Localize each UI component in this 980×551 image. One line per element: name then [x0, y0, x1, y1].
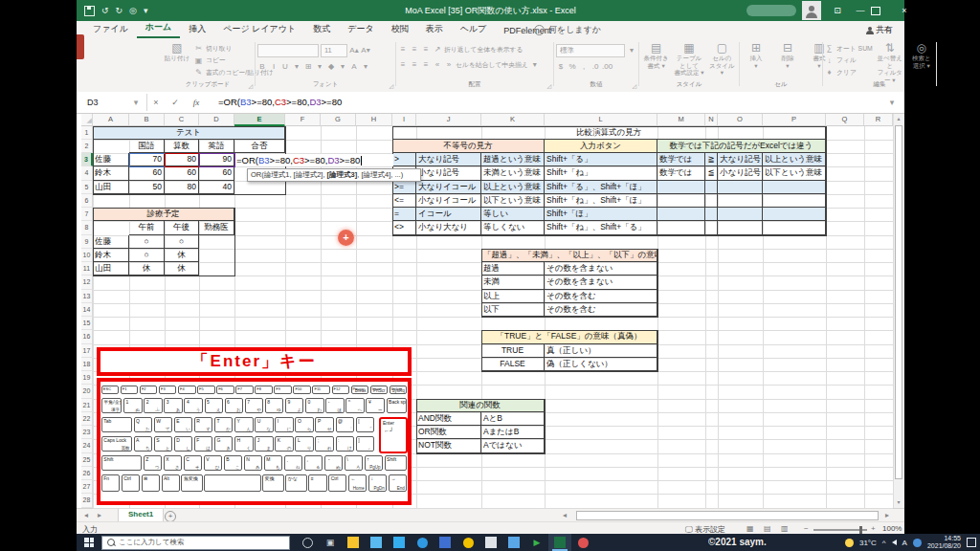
app-yellow-icon[interactable] [457, 534, 479, 551]
ribbon-tab-8[interactable]: ヘルプ [452, 20, 496, 38]
horizontal-scrollbar[interactable] [574, 511, 882, 520]
find-select-button[interactable]: ◎検索と 選択 ▾ [907, 41, 936, 79]
insert-function-button[interactable]: fx [189, 94, 203, 111]
edge-icon[interactable] [411, 534, 434, 551]
ribbon-icon[interactable]: , [579, 61, 589, 73]
pen-app-icon[interactable] [479, 534, 502, 551]
ribbon-icon[interactable]: A▾ [361, 45, 370, 56]
ribbon-input-box[interactable]: 標準 [556, 44, 625, 57]
dialog-launcher-icon[interactable]: ◿ [546, 82, 551, 89]
task-view-icon[interactable]: ▣ [319, 534, 342, 551]
app-blue-icon[interactable] [434, 534, 457, 551]
ribbon-icon[interactable]: .0 [590, 61, 600, 73]
formula-bar-expand-icon[interactable]: ▾ [885, 94, 899, 111]
normal-view-icon[interactable]: ▦ [746, 524, 754, 533]
ribbon-tab-1[interactable]: ホーム [137, 18, 180, 38]
scroll-up-icon[interactable]: ▴ [893, 114, 904, 124]
red-side-tab-icon[interactable] [77, 34, 84, 59]
insert-cells-button[interactable]: ⊞挿入 ▾ [742, 41, 770, 79]
vertical-scroll-thumb[interactable] [895, 125, 902, 479]
cortana-icon[interactable] [296, 534, 319, 551]
zoom-level[interactable]: 100% [882, 524, 902, 533]
ribbon-icon[interactable]: ≡ [398, 59, 408, 71]
cancel-entry-button[interactable]: × [149, 94, 163, 111]
cell-styles-button[interactable]: ▢セルの スタイル ▾ [707, 41, 737, 79]
minimize-button[interactable]: — [848, 0, 873, 21]
ribbon-input-box[interactable] [257, 44, 319, 57]
ribbon-tab-4[interactable]: 数式 [304, 20, 339, 38]
dialog-launcher-icon[interactable]: ◿ [389, 82, 393, 89]
taskbar-search-input[interactable]: ここに入力して検索 [101, 536, 290, 550]
delete-cells-button[interactable]: ⊟削除 ▾ [773, 41, 802, 79]
ribbon-icon[interactable]: % [568, 61, 577, 73]
taskbar-clock[interactable]: 14:55 2021/08/20 [927, 535, 961, 550]
ime-indicator[interactable]: A [902, 539, 907, 547]
hscroll-right-icon[interactable]: ▸ [885, 509, 889, 522]
prev-sheet-icon[interactable]: ◂ [84, 509, 88, 522]
zoom-slider-thumb[interactable] [859, 526, 862, 534]
format-table-button[interactable]: ▦テーブルとして 書式設定 ▾ [674, 41, 703, 79]
zoom-out-icon[interactable]: − [804, 524, 809, 533]
account-name-badge[interactable] [746, 5, 796, 16]
restore-button[interactable] [871, 0, 880, 21]
ribbon-text-button[interactable]: 折り返して全体を表示する [444, 45, 523, 55]
fill-button[interactable]: ↓フィル [825, 55, 873, 66]
ribbon-icon[interactable]: ▾ [338, 61, 347, 73]
formula-text[interactable]: =OR(B3>=80,C3>=80,D3>=80 [218, 94, 342, 111]
photos-icon[interactable] [365, 534, 388, 551]
excel-icon[interactable] [548, 534, 571, 551]
ribbon-icon[interactable]: ↗ [433, 44, 442, 55]
ribbon-tab-5[interactable]: データ [339, 20, 382, 38]
close-button[interactable]: × [892, 0, 917, 21]
page-layout-view-icon[interactable]: ▤ [764, 524, 771, 533]
ribbon-icon[interactable]: ◆ [326, 61, 336, 73]
clear-button[interactable]: ♦クリア [825, 67, 873, 77]
sort-filter-button[interactable]: ⇅並べ替えと フィルター ▾ [876, 41, 904, 79]
ribbon-text-button[interactable]: セルを結合して中央揃え [456, 60, 528, 70]
start-button[interactable] [77, 534, 101, 551]
ribbon-display-options-button[interactable]: ⊡ [825, 0, 850, 21]
ribbon-tab-2[interactable]: 挿入 [180, 20, 214, 38]
zoom-in-icon[interactable]: + [871, 524, 876, 533]
mail-icon[interactable] [502, 534, 525, 551]
ribbon-icon[interactable]: .00 [602, 61, 612, 73]
name-box-dropdown-icon[interactable]: ▾ [129, 94, 143, 111]
camera-app-icon[interactable] [571, 534, 594, 551]
ribbon-tab-0[interactable]: ファイル [84, 20, 137, 38]
ribbon-icon[interactable]: » [444, 59, 454, 71]
hscroll-left-icon[interactable]: ◂ [563, 509, 567, 522]
autosum-button[interactable]: ∑オート SUM [825, 43, 873, 54]
tray-app-icon[interactable] [913, 539, 922, 547]
speaker-icon[interactable] [892, 540, 897, 545]
ribbon-tab-3[interactable]: ページ レイアウト [214, 20, 304, 38]
store-icon[interactable] [388, 534, 411, 551]
horizontal-scroll-thumb[interactable] [576, 511, 879, 520]
scroll-down-icon[interactable]: ▾ [893, 497, 904, 508]
file-explorer-icon[interactable] [342, 534, 365, 551]
ribbon-icon[interactable]: A [349, 61, 359, 73]
ribbon-tab-6[interactable]: 校閲 [383, 20, 417, 38]
arrow-app-icon[interactable]: ▶ [525, 534, 548, 551]
page-break-view-icon[interactable]: ▥ [781, 524, 789, 533]
ribbon-icon[interactable]: B [257, 61, 267, 73]
ribbon-icon[interactable]: « [433, 59, 442, 71]
share-button[interactable]: 共有 [866, 24, 893, 36]
ribbon-icon[interactable]: U [280, 61, 290, 73]
ribbon-icon[interactable]: I [269, 61, 278, 73]
ribbon-icon[interactable]: ▾ [315, 61, 324, 73]
paste-button[interactable]: ▧貼り付け [163, 41, 191, 79]
dialog-launcher-icon[interactable]: ◿ [248, 82, 253, 89]
ribbon-input-box[interactable]: 11 [321, 44, 347, 57]
ribbon-icon[interactable]: ≡ [421, 44, 431, 55]
ribbon-icon[interactable]: ▾ [361, 61, 370, 73]
next-sheet-icon[interactable]: ▸ [98, 509, 101, 522]
ribbon-icon[interactable]: ≡ [410, 44, 419, 55]
ribbon-icon[interactable]: ⊞ [303, 61, 313, 73]
tell-me-box[interactable]: 何をしますか [534, 24, 601, 36]
confirm-entry-button[interactable]: ✓ [168, 94, 182, 111]
hidden-icons-chevron[interactable]: ^ [882, 539, 886, 547]
ribbon-icon[interactable]: A▴ [349, 45, 359, 56]
conditional-format-button[interactable]: ▤条件付き 書式 ▾ [641, 41, 671, 79]
ribbon-icon[interactable]: ≡ [398, 44, 408, 55]
ribbon-icon[interactable]: ▾ [292, 61, 301, 73]
